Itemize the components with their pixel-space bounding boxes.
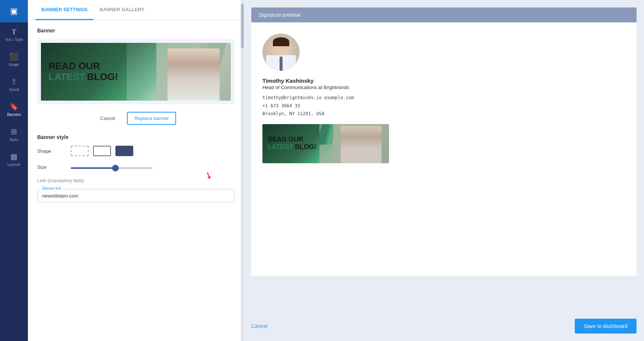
sig-banner-line1: READ OUR: [268, 136, 316, 143]
banners-icon: 🔖: [9, 102, 19, 111]
signature-address: Brooklyn, NY 11201, USA: [262, 110, 625, 118]
bottom-bar: Cancel Save to dashboard: [251, 313, 637, 334]
signature-banner-text: READ OUR LATEST BLOG!: [262, 132, 322, 155]
banner-link-input-wrapper: Banner link newoldstam.com: [37, 189, 235, 202]
sidebar-item-label: Layouts: [7, 162, 20, 167]
banner-style-section: Banner style Shape Size: [37, 134, 235, 170]
sig-banner-line3: BLOG!: [295, 143, 316, 151]
signature-phone: +1 673 3664 33: [262, 102, 625, 110]
sidebar-item-layouts[interactable]: ▦ Layouts: [0, 147, 28, 172]
shape-solid-option[interactable]: [93, 146, 111, 156]
sidebar-item-apps[interactable]: ⊞ Apps: [0, 122, 28, 147]
app-logo[interactable]: ▣: [0, 0, 28, 22]
sidebar-item-label: Banners: [7, 113, 21, 117]
tab-banner-gallery[interactable]: BANNER GALLERY: [93, 0, 150, 20]
shape-filled-option[interactable]: [115, 146, 133, 156]
size-label: Size: [37, 164, 63, 170]
banner-link-value[interactable]: newoldstam.com: [42, 193, 79, 199]
cancel-button[interactable]: Cancel: [96, 113, 119, 124]
sidebar-item-text-style[interactable]: 𝐓 Text / Style: [0, 22, 28, 47]
signature-preview-header: Signature preview: [251, 7, 637, 22]
right-panel: Signature preview Timothy Kashinsky Head: [244, 0, 644, 341]
shape-solid-icon: [93, 146, 111, 156]
image-icon: ⬛: [9, 52, 19, 61]
banner-line2: LATEST: [48, 71, 85, 82]
shape-options: [71, 146, 133, 156]
sidebar-item-label: Image: [9, 63, 19, 67]
apps-icon: ⊞: [11, 127, 17, 136]
shape-dashed-icon: [71, 146, 89, 156]
banner-line3: BLOG!: [87, 71, 118, 82]
shape-row: Shape: [37, 146, 235, 156]
left-navigation: ▣ 𝐓 Text / Style ⬛ Image ⇧ Social 🔖 Bann…: [0, 0, 28, 341]
signature-preview-box: Signature preview Timothy Kashinsky Head: [251, 7, 637, 276]
signature-title: Head of Communications at Brightminds: [262, 85, 625, 90]
banner-link-label: Banner link: [41, 186, 62, 190]
signature-banner: READ OUR LATEST BLOG!: [262, 124, 389, 163]
signature-name: Timothy Kashinsky: [262, 78, 625, 84]
size-row: Size: [37, 164, 235, 170]
signature-preview-body: Timothy Kashinsky Head of Communications…: [251, 22, 637, 174]
scroll-thumb: [241, 4, 244, 48]
sig-banner-line2: LATEST: [268, 143, 293, 151]
panel-content: Banner READ OUR LATEST BLOG!: [28, 20, 244, 341]
sidebar-item-image[interactable]: ⬛ Image: [0, 47, 28, 72]
banner-style-title: Banner style: [37, 134, 235, 140]
sidebar-item-label: Apps: [10, 138, 18, 142]
banner-actions: Cancel Replace banner: [37, 112, 235, 125]
sidebar-item-banners[interactable]: 🔖 Banners: [0, 97, 28, 122]
scrollbar[interactable]: [241, 0, 244, 341]
tab-bar: BANNER SETTINGS BANNER GALLERY: [28, 0, 244, 20]
signature-contact: timothy@brigntminds.io example.com +1 67…: [262, 94, 625, 118]
sidebar-item-label: Social: [9, 88, 19, 92]
banner-line1: READ OUR: [48, 61, 118, 72]
cancel-bottom-button[interactable]: Cancel: [251, 323, 268, 329]
banner-preview-container: READ OUR LATEST BLOG!: [37, 39, 235, 104]
layouts-icon: ▦: [10, 152, 17, 161]
logo-icon: ▣: [10, 6, 18, 16]
size-slider[interactable]: [71, 167, 153, 169]
save-to-dashboard-button[interactable]: Save to dashboard: [575, 319, 637, 334]
social-icon: ⇧: [11, 77, 17, 86]
link-section: Link (mandatory field) ➘ Banner link new…: [37, 178, 235, 202]
banner-section-title: Banner: [37, 28, 235, 34]
shape-label: Shape: [37, 148, 63, 154]
signature-email: timothy@brigntminds.io example.com: [262, 94, 625, 102]
shape-dashed-option[interactable]: [71, 146, 89, 156]
signature-preview-label: Signature preview: [259, 12, 300, 18]
banner-text: READ OUR LATEST BLOG!: [41, 55, 125, 89]
main-panel: BANNER SETTINGS BANNER GALLERY Banner RE…: [28, 0, 244, 341]
replace-banner-button[interactable]: Replace banner: [127, 112, 176, 125]
sidebar-item-label: Text / Style: [5, 38, 23, 42]
shape-filled-icon: [115, 146, 133, 156]
banner-image: READ OUR LATEST BLOG!: [41, 43, 231, 101]
tab-banner-settings[interactable]: BANNER SETTINGS: [35, 0, 93, 20]
avatar: [262, 34, 300, 71]
size-slider-container: [71, 164, 235, 170]
text-style-icon: 𝐓: [12, 28, 16, 36]
sidebar-item-social[interactable]: ⇧ Social: [0, 72, 28, 97]
